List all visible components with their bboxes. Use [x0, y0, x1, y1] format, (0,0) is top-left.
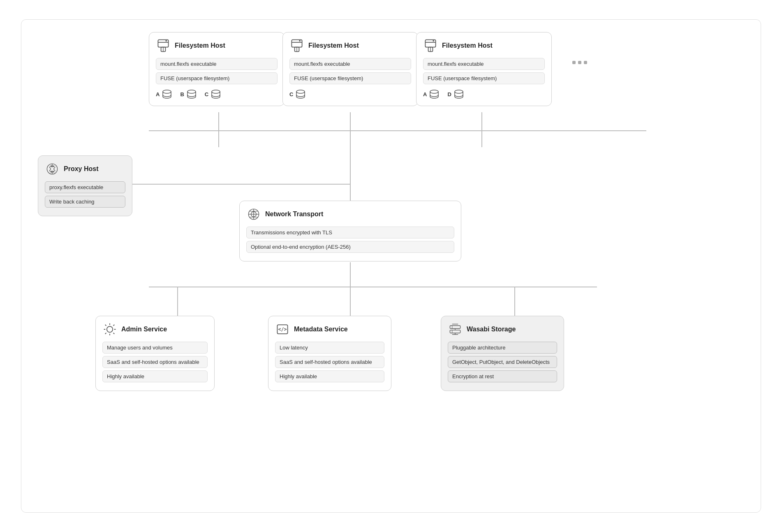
svg-text:</>: </>	[278, 326, 287, 332]
filesystem-host-2: Filesystem Host mount.flexfs executable …	[282, 32, 418, 106]
db-icon-c	[210, 88, 222, 100]
filesystem-host-3-header: Filesystem Host	[423, 38, 545, 53]
fs1-mount-c: C	[205, 88, 222, 100]
wasabi-item-2: GetObject, PutObject, and DeleteObjects	[448, 356, 557, 368]
metadata-item-3: Highly available	[275, 370, 384, 382]
dot-2	[578, 61, 581, 64]
network-item-2: Optional end-to-end encryption (AES-256)	[246, 241, 454, 253]
metadata-service-header: </> Metadata Service	[275, 322, 384, 337]
svg-rect-46	[450, 330, 460, 333]
fs3-mount-d: D	[447, 88, 464, 100]
fs1-item-2: FUSE (userspace filesystem)	[156, 72, 278, 84]
metadata-service-title: Metadata Service	[294, 326, 348, 333]
svg-point-24	[299, 40, 301, 42]
svg-rect-23	[292, 42, 302, 43]
metadata-service: </> Metadata Service Low latency SaaS an…	[268, 316, 391, 391]
network-transport-title: Network Transport	[265, 210, 323, 218]
filesystem-host-2-title: Filesystem Host	[308, 42, 359, 49]
proxy-host-header: Proxy Host	[45, 162, 125, 176]
db-icon-a3	[428, 88, 440, 100]
db-icon-d3	[453, 88, 465, 100]
wasabi-icon	[448, 322, 463, 337]
svg-point-27	[296, 90, 305, 93]
svg-point-34	[455, 90, 463, 93]
filesystem-host-1: Filesystem Host mount.flexfs executable …	[149, 32, 285, 106]
fs3-mount-a: A	[423, 88, 440, 100]
svg-point-30	[433, 40, 434, 42]
admin-item-3: Highly available	[102, 370, 208, 382]
svg-point-20	[187, 90, 196, 93]
network-icon	[246, 207, 261, 222]
fs3-item-2: FUSE (userspace filesystem)	[423, 72, 545, 84]
svg-point-16	[165, 40, 167, 42]
admin-service-title: Admin Service	[121, 326, 167, 333]
fs1-mounts: A B C	[156, 88, 278, 100]
filesystem-host-3: Filesystem Host mount.flexfs executable …	[416, 32, 552, 106]
db-icon-a	[161, 88, 173, 100]
filesystem-icon-3	[423, 38, 438, 53]
admin-service: Admin Service Manage users and volumes S…	[95, 316, 215, 391]
dot-3	[584, 61, 587, 64]
db-icon-c2	[295, 88, 306, 100]
svg-rect-45	[450, 326, 460, 328]
wasabi-storage: Wasabi Storage Pluggable architecture Ge…	[441, 316, 564, 391]
db-icon-b	[186, 88, 197, 100]
filesystem-icon-2	[289, 38, 304, 53]
filesystem-host-3-title: Filesystem Host	[442, 42, 493, 49]
filesystem-icon-1	[156, 38, 171, 53]
metadata-item-1: Low latency	[275, 342, 384, 354]
fs1-mount-b: B	[180, 88, 197, 100]
svg-rect-15	[158, 42, 168, 43]
fs2-mount-c: C	[289, 88, 306, 100]
admin-item-1: Manage users and volumes	[102, 342, 208, 354]
proxy-host-title: Proxy Host	[64, 165, 98, 173]
svg-rect-29	[425, 42, 435, 43]
filesystem-host-1-title: Filesystem Host	[175, 42, 225, 49]
svg-point-33	[430, 90, 438, 93]
svg-point-21	[212, 90, 220, 93]
dot-1	[572, 61, 576, 64]
filesystem-host-1-header: Filesystem Host	[156, 38, 278, 53]
proxy-icon	[45, 162, 60, 176]
admin-service-header: Admin Service	[102, 322, 208, 337]
metadata-item-2: SaaS and self-hosted options available	[275, 356, 384, 368]
proxy-host: Proxy Host proxy.flexfs executable Write…	[38, 155, 132, 216]
svg-point-35	[47, 164, 57, 174]
wasabi-storage-title: Wasabi Storage	[467, 326, 516, 333]
fs2-mounts: C	[289, 88, 411, 100]
network-transport: Network Transport Transmissions encrypte…	[239, 201, 461, 261]
fs2-item-2: FUSE (userspace filesystem)	[289, 72, 411, 84]
wasabi-item-1: Pluggable architecture	[448, 342, 557, 354]
admin-item-2: SaaS and self-hosted options available	[102, 356, 208, 368]
proxy-item-1: proxy.flexfs executable	[45, 181, 125, 193]
wasabi-item-3: Encryption at rest	[448, 370, 557, 382]
fs2-item-1: mount.flexfs executable	[289, 58, 411, 70]
admin-icon	[102, 322, 117, 337]
metadata-icon: </>	[275, 322, 290, 337]
more-dots	[572, 61, 587, 64]
diagram-container: Filesystem Host mount.flexfs executable …	[21, 19, 761, 513]
svg-point-42	[107, 326, 113, 332]
proxy-item-2: Write back caching	[45, 196, 125, 208]
fs3-mounts: A D	[423, 88, 545, 100]
network-item-1: Transmissions encrypted with TLS	[246, 227, 454, 238]
network-transport-header: Network Transport	[246, 207, 454, 222]
fs3-item-1: mount.flexfs executable	[423, 58, 545, 70]
svg-point-19	[163, 90, 171, 93]
fs1-item-1: mount.flexfs executable	[156, 58, 278, 70]
wasabi-storage-header: Wasabi Storage	[448, 322, 557, 337]
fs1-mount-a: A	[156, 88, 173, 100]
filesystem-host-2-header: Filesystem Host	[289, 38, 411, 53]
